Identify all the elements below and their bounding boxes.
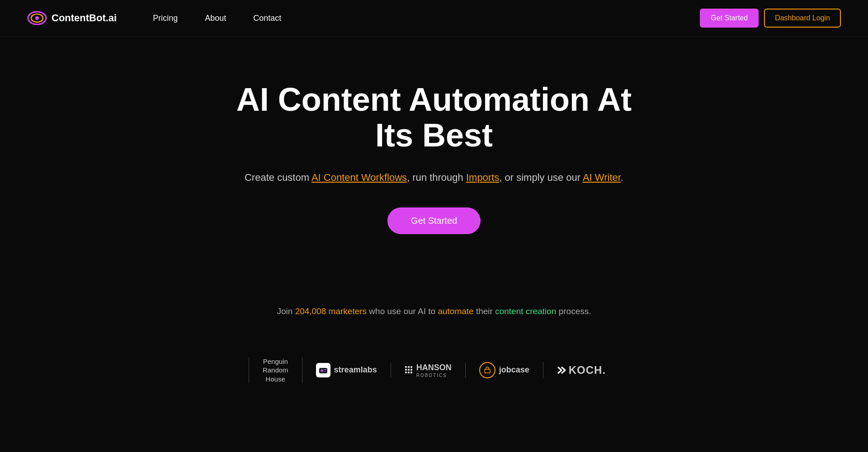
- koch-chevron-icon: [557, 365, 567, 375]
- nav-actions: Get Started Dashboard Login: [700, 9, 841, 28]
- dashboard-login-button[interactable]: Dashboard Login: [764, 9, 841, 28]
- streamlabs-logo-group: streamlabs: [316, 363, 377, 377]
- logo-streamlabs: streamlabs: [302, 363, 391, 377]
- nav-contact[interactable]: Contact: [253, 14, 281, 23]
- penguin-brand-text: PenguinRandomHouse: [263, 357, 288, 384]
- subtitle-link-imports[interactable]: Imports: [466, 172, 499, 183]
- logo-koch: KOCH.: [543, 363, 619, 377]
- logo-jobcase: jobcase: [466, 362, 543, 378]
- social-count-label: marketers: [329, 306, 367, 316]
- svg-rect-16: [485, 369, 490, 373]
- svg-rect-12: [410, 369, 412, 371]
- social-prefix: Join: [277, 306, 295, 316]
- hanson-sub: ROBOTICS: [416, 373, 452, 378]
- social-content-creation: content creation: [495, 306, 556, 316]
- svg-rect-14: [408, 372, 410, 373]
- svg-rect-5: [324, 369, 326, 370]
- svg-rect-11: [408, 369, 410, 371]
- subtitle-suffix: .: [621, 172, 623, 183]
- social-mid1: who use our AI to: [367, 306, 438, 316]
- koch-logo-group: KOCH.: [557, 363, 606, 377]
- social-suffix: process.: [556, 306, 591, 316]
- jobcase-circle-icon: [479, 362, 495, 378]
- logos-section: PenguinRandomHouse streamlabs: [0, 344, 868, 411]
- social-count: 204,008: [295, 306, 326, 316]
- social-proof: Join 204,008 marketers who use our AI to…: [0, 297, 868, 344]
- svg-rect-7: [405, 366, 407, 368]
- jobcase-logo-group: jobcase: [479, 362, 529, 378]
- nav-links: Pricing About Contact: [153, 14, 281, 23]
- svg-rect-13: [405, 372, 407, 373]
- hero-subtitle: Create custom AI Content Workflows, run …: [245, 170, 623, 185]
- nav-pricing[interactable]: Pricing: [153, 14, 178, 23]
- logo-link[interactable]: ContentBot.ai: [27, 8, 117, 28]
- subtitle-mid1: , run through: [407, 172, 466, 183]
- logo-icon: [27, 8, 47, 28]
- svg-rect-10: [405, 369, 407, 371]
- social-automate: automate: [438, 306, 473, 316]
- svg-point-4: [321, 369, 323, 372]
- navbar: ContentBot.ai Pricing About Contact Get …: [0, 0, 868, 37]
- subtitle-mid2: , or simply use our: [499, 172, 583, 183]
- svg-rect-6: [324, 371, 326, 372]
- get-started-nav-button[interactable]: Get Started: [700, 9, 759, 28]
- logo-penguin: PenguinRandomHouse: [249, 357, 302, 384]
- hero-section: AI Content Automation At Its Best Create…: [0, 37, 868, 297]
- koch-text: KOCH.: [569, 363, 606, 377]
- streamlabs-icon: [316, 363, 330, 377]
- svg-rect-9: [410, 366, 412, 368]
- hanson-logo-group: HANSON ROBOTICS: [405, 363, 452, 378]
- logo-hanson: HANSON ROBOTICS: [391, 363, 466, 378]
- brand-name: ContentBot.ai: [52, 12, 117, 24]
- subtitle-link-workflows[interactable]: AI Content Workflows: [311, 172, 407, 183]
- social-mid2: their: [474, 306, 495, 316]
- get-started-hero-button[interactable]: Get Started: [387, 207, 481, 234]
- hanson-text: HANSON: [416, 363, 452, 373]
- jobcase-text: jobcase: [499, 365, 529, 375]
- nav-about[interactable]: About: [205, 14, 226, 23]
- svg-rect-15: [410, 372, 412, 373]
- hanson-grid-icon: [405, 366, 414, 375]
- svg-rect-8: [408, 366, 410, 368]
- streamlabs-text: streamlabs: [334, 365, 377, 375]
- svg-point-2: [35, 16, 39, 20]
- subtitle-link-aiwriter[interactable]: AI Writer: [583, 172, 621, 183]
- subtitle-prefix: Create custom: [245, 172, 311, 183]
- hero-title: AI Content Automation At Its Best: [231, 82, 637, 153]
